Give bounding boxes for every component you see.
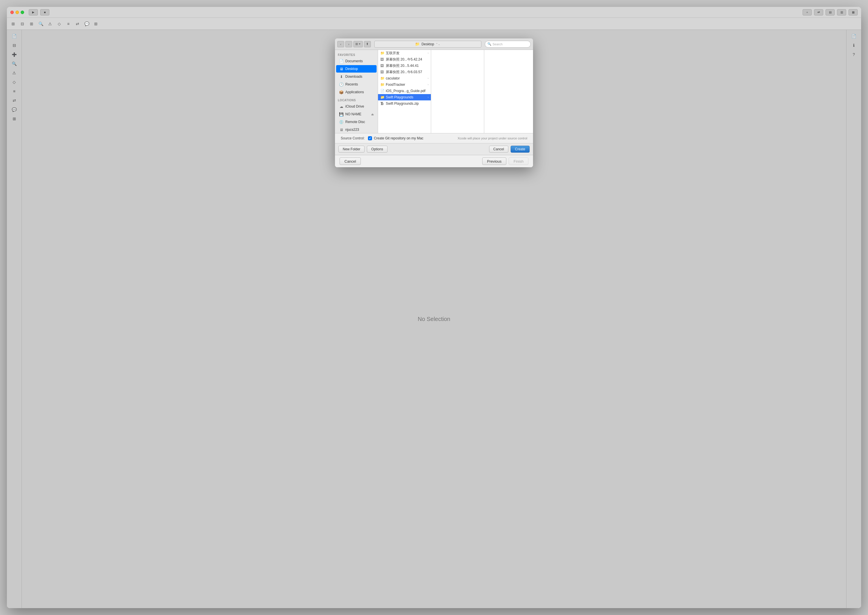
file-item-hujian[interactable]: 📁 互联开发 › [378,50,431,56]
nav-dialog: Cancel Previous Finish [335,155,434,167]
recents-icon: 🕐 [339,82,344,87]
back-button[interactable]: ‹ [337,41,344,47]
sidebar-item-label: iCloud Drive [345,105,364,108]
titlebar-controls: ▶ ■ [29,9,49,16]
create-git-label: Create Git repository on my Mac [374,136,423,140]
file-columns: 📁 互联开发 › 🖼 屏幕快照 20...午5.42.24 🖼 屏幕快照 20.… [378,50,434,133]
server-icon: 🖥 [339,128,344,132]
sidebar-item-remotedisc[interactable]: 💿 Remote Disc [336,118,377,126]
desktop-icon: 🖥 [339,67,344,71]
sidebar-item-label: Recents [345,82,358,86]
chevron-right-icon: › [428,77,429,80]
options-button[interactable]: Options [367,146,387,153]
location-label: Desktop [421,42,434,46]
sidebar-item-label: njucs223 [345,128,359,132]
view-mode-icon: ⊞ [355,42,358,46]
locations-header: Locations [335,98,378,102]
stop-button[interactable]: ■ [40,9,49,16]
file-column-2 [431,50,434,133]
create-git-checkbox[interactable] [368,136,372,140]
toolbar: ⊞ ⊟ ⊞ 🔍 ⚠ ◇ ≡ ⇄ 💬 ⊞ [7,18,434,30]
file-item-screenshot1[interactable]: 🖼 屏幕快照 20...午5.42.24 [378,56,431,62]
file-item-swift-playgrounds[interactable]: 📁 Swift Playgrounds › [378,94,431,100]
file-item-foodtracker[interactable]: 📁 FoodTracker › [378,81,431,88]
image-icon: 🖼 [380,70,384,74]
location-picker[interactable]: 📁 Desktop ⌃⌄ [374,41,434,48]
play-button[interactable]: ▶ [29,9,38,16]
close-button[interactable] [10,11,14,14]
split-icon[interactable]: ⊞ [92,20,100,28]
new-folder-button[interactable]: New Folder [338,146,364,153]
navigator-icon[interactable]: ⊞ [9,20,17,28]
warning-icon[interactable]: ⚠ [46,20,54,28]
sidebar-item-label: Applications [345,90,364,94]
link-icon[interactable]: ⇄ [74,20,81,28]
image-icon: 🖼 [380,57,384,61]
folder-icon: 📁 [380,51,384,55]
disk-icon: 💾 [339,112,344,117]
remote-disc-icon: 💿 [339,120,344,124]
file-item-pdf[interactable]: 📄 iOS_Progra...g_Guide.pdf [378,88,431,94]
sidebar-item-noname[interactable]: 💾 NO NAME ⏏ [336,111,377,118]
dialog-overlay: ‹ › ⊞ ▼ ⬆ 📁 Desktop ⌃⌄ 🔍 Search [7,30,434,308]
file-item-swift-playgrounds-zip[interactable]: 🗜 Swift Playgrounds.zip [378,100,431,107]
file-dialog: ‹ › ⊞ ▼ ⬆ 📁 Desktop ⌃⌄ 🔍 Search [335,39,434,167]
sidebar-item-label: Documents [345,59,363,63]
sidebar-item-label: Downloads [345,75,362,79]
folder-icon: 📁 [380,95,384,99]
applications-icon: 📦 [339,90,344,94]
maximize-button[interactable] [21,11,24,14]
folder-icon: 📁 [380,83,384,87]
dialog-toolbar: ‹ › ⊞ ▼ ⬆ 📁 Desktop ⌃⌄ 🔍 Search [335,39,434,50]
location-folder-icon: 📁 [415,42,420,46]
sidebar-item-label: Remote Disc [345,120,365,124]
comment-icon[interactable]: 💬 [83,20,91,28]
file-column-1: 📁 互联开发 › 🖼 屏幕快照 20...午5.42.24 🖼 屏幕快照 20.… [378,50,431,133]
sidebar-item-recents[interactable]: 🕐 Recents [336,81,377,88]
main-window: ▶ ■ ＋ ⇄ ▤ ▥ ▦ ⊞ ⊟ ⊞ 🔍 ⚠ ◇ ≡ ⇄ 💬 ⊞ 📄 ⊟ ➕ … [7,7,434,308]
dialog-sidebar: Favorites 📄 Documents 🖥 Desktop ⬇ Downlo… [335,50,378,133]
view-mode-button[interactable]: ⊞ ▼ [353,41,363,47]
sidebar-item-label: Desktop [345,67,358,71]
image-icon: 🖼 [380,64,384,68]
chevron-right-icon: › [428,96,429,99]
documents-icon: 📄 [339,59,344,63]
minimize-button[interactable] [16,11,19,14]
pdf-icon: 📄 [380,89,384,93]
file-item-caculator[interactable]: 📁 caculator › [378,75,431,81]
chevron-right-icon: › [428,83,429,86]
action-button[interactable]: ⬆ [364,41,371,47]
create-git-checkbox-wrapper: Create Git repository on my Mac [368,136,423,140]
chevron-down-icon: ▼ [358,43,361,45]
dialog-body: Favorites 📄 Documents 🖥 Desktop ⬇ Downlo… [335,50,434,133]
add-icon[interactable]: ⊞ [28,20,36,28]
file-item-screenshot2[interactable]: 🖼 屏幕快照 20...5.44.41 [378,62,431,69]
eject-icon[interactable]: ⏏ [371,113,374,116]
traffic-lights [10,11,24,14]
sidebar-item-applications[interactable]: 📦 Applications [336,88,377,96]
list-icon[interactable]: ≡ [64,20,72,28]
shape-icon[interactable]: ◇ [55,20,63,28]
sidebar-item-njucs223[interactable]: 🖥 njucs223 [336,126,377,133]
icloud-icon: ☁ [339,105,344,109]
content-area: 📄 ⊟ ➕ 🔍 ⚠ ◇ ≡ ⇄ 💬 ⊞ No Selection 📄 ℹ ? [7,30,434,308]
titlebar: ▶ ■ ＋ ⇄ ▤ ▥ ▦ [7,7,434,18]
source-control-label: Source Control: [341,136,364,140]
sidebar-item-desktop[interactable]: 🖥 Desktop [336,65,377,73]
source-control-section: Source Control: Create Git repository on… [335,133,434,143]
hierarchy-icon[interactable]: ⊟ [18,20,27,28]
chevron-right-icon: › [428,52,429,55]
favorites-header: Favorites [335,52,378,57]
sidebar-item-documents[interactable]: 📄 Documents [336,57,377,65]
archive-icon: 🗜 [380,101,384,106]
folder-icon: 📁 [380,76,384,80]
sidebar-item-icloud[interactable]: ☁ iCloud Drive [336,103,377,110]
dialog-action-buttons: New Folder Options Cancel Create [335,143,434,155]
sidebar-item-label: NO NAME [345,112,361,116]
file-item-screenshot3[interactable]: 🖼 屏幕快照 20...午6.03.57 [378,69,431,75]
sidebar-item-downloads[interactable]: ⬇ Downloads [336,73,377,80]
downloads-icon: ⬇ [339,75,344,79]
nav-cancel-button[interactable]: Cancel [339,158,361,165]
forward-button[interactable]: › [345,41,352,47]
search-icon[interactable]: 🔍 [37,20,45,28]
